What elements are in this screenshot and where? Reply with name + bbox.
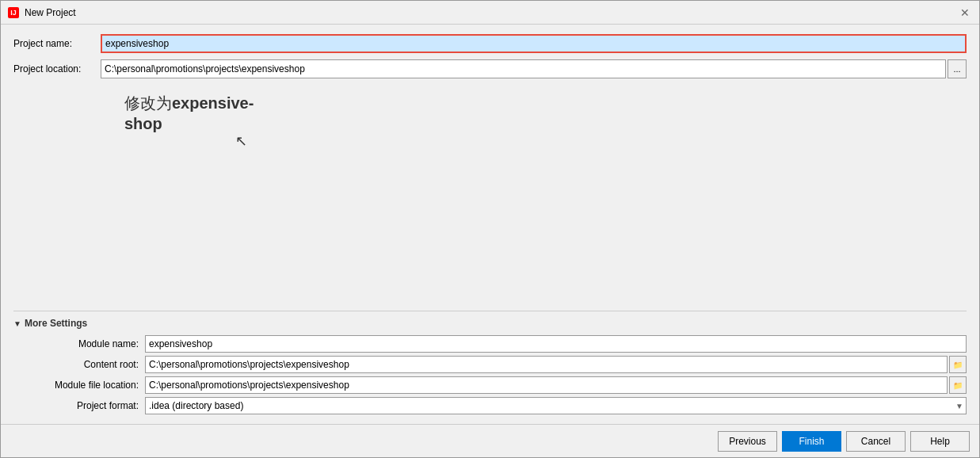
settings-grid: Module name: Content root: 📁 Module file… — [13, 335, 967, 414]
project-location-row: Project location: ... — [13, 59, 967, 78]
project-name-row: Project name: — [13, 34, 967, 53]
dialog-footer: Previous Finish Cancel Help — [1, 424, 979, 457]
dialog-content: Project name: Project location: ... 修改为e… — [1, 25, 979, 424]
annotation-area: 修改为expensive-shop ↖ — [13, 85, 967, 311]
project-name-input[interactable] — [101, 34, 967, 53]
annotation-text: 修改为expensive-shop — [124, 93, 254, 134]
project-location-label: Project location: — [13, 63, 101, 74]
module-file-location-row: Module file location: 📁 — [26, 376, 967, 394]
project-format-select-wrapper: .idea (directory based) Eclipse (.classp… — [145, 397, 967, 414]
more-settings-header[interactable]: ▼ More Settings — [13, 318, 967, 329]
more-settings-label: More Settings — [25, 318, 87, 329]
more-settings-arrow: ▼ — [13, 319, 21, 328]
project-name-label: Project name: — [13, 38, 101, 49]
module-file-location-browse-button[interactable]: 📁 — [949, 376, 967, 394]
project-location-input[interactable] — [101, 59, 946, 78]
cancel-button[interactable]: Cancel — [846, 431, 906, 452]
module-file-location-label: Module file location: — [26, 380, 145, 391]
project-format-select[interactable]: .idea (directory based) Eclipse (.classp… — [145, 397, 967, 414]
module-name-row: Module name: — [26, 335, 967, 353]
title-bar: IJ New Project ✕ — [1, 1, 979, 25]
project-format-label: Project format: — [26, 400, 145, 411]
content-root-row: Content root: 📁 — [26, 356, 967, 373]
content-root-browse-button[interactable]: 📁 — [949, 356, 967, 373]
module-name-input[interactable] — [145, 335, 967, 353]
help-button[interactable]: Help — [910, 431, 970, 452]
project-format-row: Project format: .idea (directory based) … — [26, 397, 967, 414]
more-settings-section: ▼ More Settings Module name: Content roo… — [13, 311, 967, 414]
intellij-icon: IJ — [8, 7, 19, 18]
module-name-label: Module name: — [26, 338, 145, 349]
dialog-icon: IJ — [7, 6, 20, 19]
project-location-browse-button[interactable]: ... — [948, 59, 967, 78]
finish-button[interactable]: Finish — [782, 431, 841, 452]
content-root-label: Content root: — [26, 359, 145, 370]
close-button[interactable]: ✕ — [957, 5, 973, 21]
content-root-input[interactable] — [145, 356, 948, 373]
new-project-dialog: IJ New Project ✕ Project name: Project l… — [0, 0, 980, 458]
module-file-location-input[interactable] — [145, 376, 948, 394]
dialog-title: New Project — [25, 7, 957, 18]
previous-button[interactable]: Previous — [718, 431, 777, 452]
cursor-arrow: ↖ — [235, 132, 247, 150]
